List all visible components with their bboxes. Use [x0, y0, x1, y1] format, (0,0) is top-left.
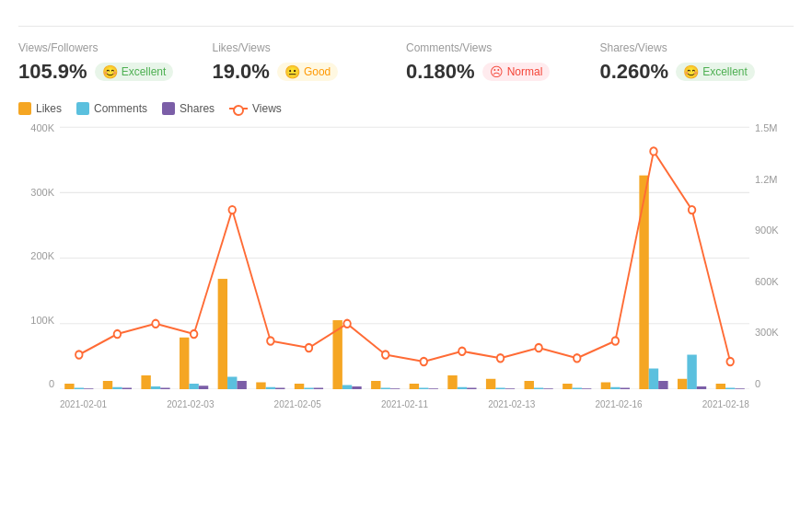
svg-point-84	[382, 351, 389, 358]
svg-rect-38	[486, 379, 495, 389]
metric-badge-0: 😊 Excellent	[95, 63, 174, 81]
metric-badge-3: 😊 Excellent	[676, 63, 755, 81]
metric-label-3: Shares/Views	[600, 41, 780, 54]
svg-rect-20	[256, 383, 265, 389]
x-label-2: 2021-02-05	[274, 399, 321, 409]
svg-rect-53	[678, 379, 687, 389]
svg-rect-41	[525, 381, 534, 389]
y-right-label-4: 300K	[755, 327, 779, 338]
metric-value-row-1: 19.0% 😐 Good	[213, 60, 392, 84]
legend-label-3: Views	[252, 102, 282, 115]
metric-value-row-0: 105.9% 😊 Excellent	[18, 60, 198, 84]
svg-rect-43	[543, 388, 552, 389]
metric-item-2: Comments/Views 0.180% ☹ Normal	[406, 41, 600, 84]
svg-rect-46	[582, 388, 591, 389]
svg-rect-18	[227, 377, 237, 389]
svg-rect-35	[447, 375, 457, 389]
svg-rect-12	[151, 386, 160, 389]
svg-rect-22	[275, 388, 284, 389]
y-axis-left: 400K300K200K100K0	[18, 122, 60, 389]
y-left-label-1: 300K	[30, 187, 54, 198]
divider	[18, 26, 794, 27]
svg-rect-27	[342, 386, 352, 389]
x-label-1: 2021-02-03	[167, 399, 214, 409]
svg-rect-30	[380, 388, 389, 389]
svg-rect-6	[75, 388, 84, 389]
svg-point-86	[458, 348, 465, 355]
svg-rect-39	[495, 388, 505, 389]
svg-rect-31	[390, 388, 400, 389]
svg-rect-50	[639, 176, 648, 389]
svg-rect-33	[419, 388, 428, 389]
svg-rect-45	[573, 388, 582, 389]
metric-item-1: Likes/Views 19.0% 😐 Good	[213, 41, 407, 84]
svg-rect-16	[199, 386, 208, 389]
svg-rect-8	[103, 381, 112, 389]
metric-value-3: 0.260%	[600, 60, 669, 84]
svg-rect-7	[84, 388, 93, 389]
x-label-5: 2021-02-16	[595, 399, 642, 409]
svg-point-80	[229, 206, 236, 213]
svg-rect-37	[467, 388, 476, 389]
legend-label-1: Comments	[94, 102, 147, 115]
svg-point-88	[535, 344, 541, 351]
svg-line-74	[654, 151, 692, 210]
svg-line-66	[347, 324, 386, 355]
svg-point-82	[306, 344, 312, 351]
svg-point-79	[191, 330, 197, 338]
y-right-label-1: 1.2M	[755, 174, 777, 185]
svg-rect-47	[601, 383, 610, 389]
svg-line-59	[79, 334, 118, 354]
svg-rect-10	[122, 388, 132, 389]
svg-rect-5	[64, 384, 74, 389]
svg-point-92	[689, 206, 695, 213]
svg-point-93	[726, 358, 733, 365]
svg-line-69	[462, 351, 501, 358]
y-left-label-2: 200K	[30, 250, 54, 261]
metric-value-1: 19.0%	[213, 60, 270, 84]
legend-item-comments: Comments	[76, 102, 147, 115]
svg-line-63	[232, 210, 271, 340]
legend-item-shares: Shares	[162, 102, 215, 115]
page-container: Views/Followers 105.9% 😊 Excellent Likes…	[18, 26, 794, 417]
svg-line-72	[577, 341, 616, 359]
svg-rect-14	[180, 338, 189, 389]
svg-line-67	[386, 355, 424, 362]
x-label-3: 2021-02-11	[381, 399, 428, 409]
x-label-4: 2021-02-13	[488, 399, 535, 409]
chart-area	[60, 122, 749, 389]
legend-item-likes: Likes	[18, 102, 62, 115]
metric-value-0: 105.9%	[18, 60, 87, 84]
x-label-0: 2021-02-01	[60, 399, 107, 409]
metric-badge-1: 😐 Good	[277, 63, 338, 81]
metric-value-2: 0.180%	[406, 60, 475, 84]
svg-point-89	[574, 354, 580, 362]
svg-point-77	[114, 330, 121, 338]
svg-rect-49	[621, 388, 630, 389]
metric-item-3: Shares/Views 0.260% 😊 Excellent	[600, 41, 795, 84]
svg-rect-42	[534, 388, 543, 389]
svg-rect-28	[352, 386, 361, 389]
y-right-label-5: 0	[755, 378, 760, 389]
svg-rect-51	[649, 369, 658, 389]
svg-rect-19	[237, 381, 246, 389]
svg-point-81	[267, 337, 273, 344]
svg-rect-25	[314, 388, 323, 389]
chart-section: Likes Comments Shares Views 400K300K200K…	[18, 102, 794, 417]
metric-icon-0: 😊	[102, 64, 118, 79]
metric-icon-2: ☹	[490, 64, 504, 79]
svg-point-87	[497, 354, 504, 362]
svg-rect-23	[295, 384, 304, 389]
svg-rect-57	[725, 388, 735, 389]
svg-point-85	[421, 358, 427, 365]
svg-rect-36	[458, 387, 467, 389]
svg-point-83	[343, 320, 350, 328]
y-right-label-3: 600K	[755, 276, 779, 287]
metric-icon-3: 😊	[683, 64, 699, 79]
svg-rect-54	[687, 355, 696, 389]
y-right-label-2: 900K	[755, 224, 779, 236]
svg-rect-55	[697, 386, 706, 389]
svg-line-60	[117, 324, 156, 334]
svg-rect-11	[141, 375, 150, 389]
svg-rect-17	[218, 279, 227, 389]
